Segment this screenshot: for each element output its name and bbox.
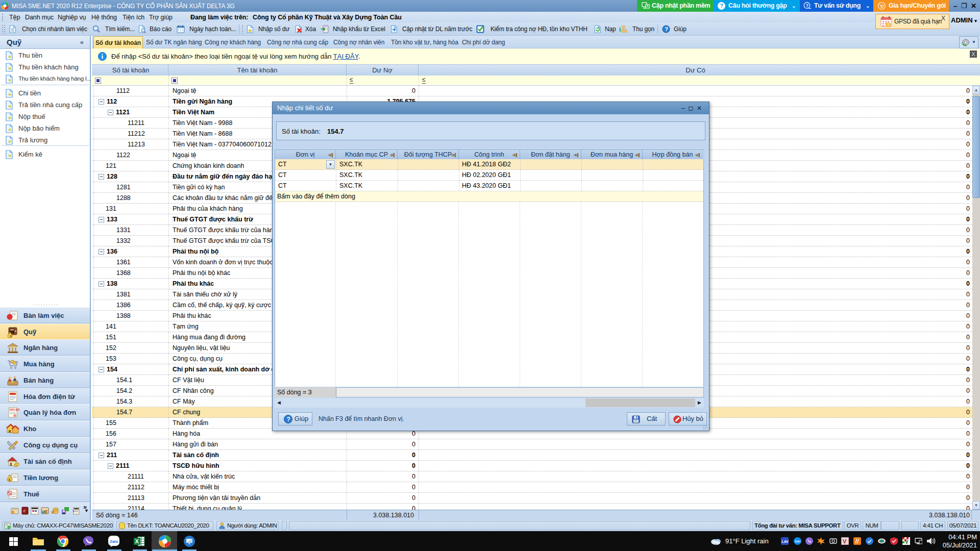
svg-text:?: ? xyxy=(720,3,723,9)
svg-text:V: V xyxy=(843,538,847,544)
svg-text:?: ? xyxy=(665,26,668,32)
svg-text:Zalo: Zalo xyxy=(110,539,118,544)
svg-text:X: X xyxy=(135,538,139,544)
svg-text:Zalo: Zalo xyxy=(795,540,801,543)
svg-text:HÓA ĐƠN: HÓA ĐƠN xyxy=(10,408,20,411)
svg-text:LAV: LAV xyxy=(782,540,789,543)
svg-text:%: % xyxy=(8,491,12,495)
svg-text:$: $ xyxy=(9,478,11,482)
svg-text:?: ? xyxy=(287,416,290,423)
svg-text:V: V xyxy=(905,539,909,545)
svg-text:đ: đ xyxy=(23,509,26,513)
svg-text:?: ? xyxy=(806,3,808,8)
svg-text:i: i xyxy=(619,26,621,33)
